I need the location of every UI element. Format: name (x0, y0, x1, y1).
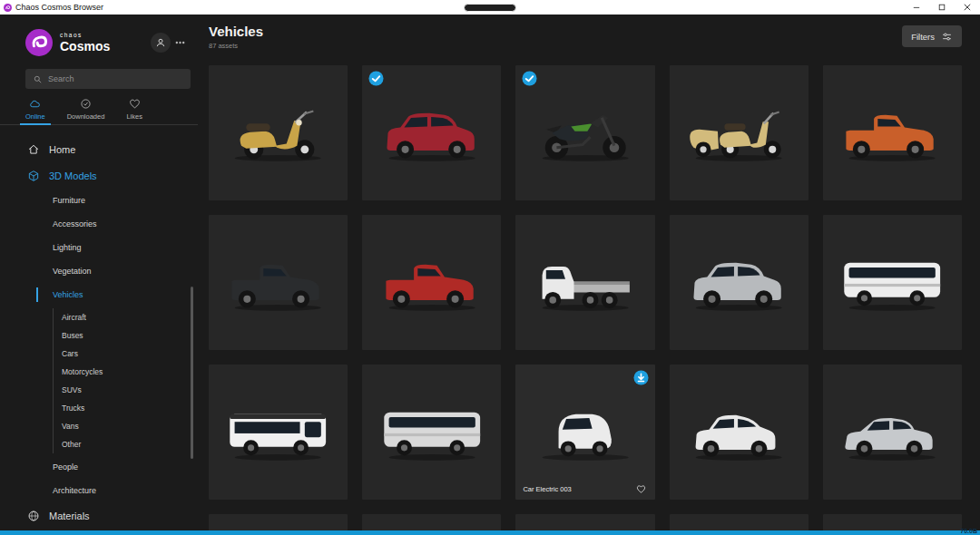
downloaded-check-badge (522, 71, 537, 86)
nav-item-other[interactable]: Other (54, 435, 198, 453)
asset-thumbnail (823, 365, 962, 500)
asset-card-pickup[interactable] (362, 215, 501, 350)
nav-item-motorcycles[interactable]: Motorcycles (54, 363, 198, 381)
brand-chaos-label: chaos (60, 33, 110, 39)
cosmos-logo (25, 29, 53, 56)
heart-icon (129, 98, 141, 110)
asset-card-flatbed[interactable] (515, 215, 654, 350)
asset-card-pickup[interactable] (209, 215, 348, 350)
asset-card-coach-bus[interactable] (362, 365, 501, 500)
check-circle-icon (80, 98, 92, 110)
vehicles-subcategories: AircraftBusesCarsMotorcyclesSUVsTrucksVa… (53, 308, 198, 453)
filters-label: Filters (911, 32, 935, 42)
tab-downloaded[interactable]: Downloaded (65, 98, 107, 124)
asset-card-scooter[interactable] (209, 65, 348, 200)
sphere-icon (27, 510, 40, 522)
asset-thumbnail (209, 65, 348, 200)
nav-item-furniture[interactable]: Furniture (0, 189, 198, 212)
asset-card-coach-bus[interactable] (823, 215, 962, 350)
category-nav: Home3D ModelsFurnitureAccessoriesLightin… (0, 136, 198, 529)
window-drag-pill (464, 4, 516, 12)
asset-thumbnail (823, 65, 962, 200)
user-avatar-button[interactable] (151, 33, 171, 53)
asset-grid: Car Electric 003 (209, 65, 962, 530)
tab-online[interactable]: Online (24, 98, 47, 124)
favorite-heart-button[interactable] (635, 482, 648, 495)
asset-card-scooter-sidecar[interactable] (670, 65, 808, 200)
sidebar: chaos Cosmos OnlineDownloadedLikes Home3… (0, 15, 198, 530)
nav-item-vegetation[interactable]: Vegetation (0, 259, 198, 283)
nav-item-lighting[interactable]: Lighting (0, 236, 198, 259)
asset-card-suv[interactable] (362, 65, 501, 200)
cloud-icon (29, 98, 41, 110)
asset-thumbnail (362, 365, 501, 500)
brand-text: chaos Cosmos (60, 33, 110, 54)
maximize-button[interactable] (929, 0, 955, 15)
cube-icon (27, 170, 40, 182)
asset-card-partial[interactable] (670, 514, 808, 530)
brand-cosmos-label: Cosmos (60, 40, 110, 53)
ellipsis-icon (175, 41, 185, 44)
nav-item-suvs[interactable]: SUVs (54, 381, 198, 399)
asset-thumbnail (362, 215, 501, 350)
asset-card-suv[interactable] (670, 215, 808, 350)
sliders-icon (941, 31, 953, 43)
nav-item-trucks[interactable]: Trucks (54, 399, 198, 417)
nav-item-vehicles[interactable]: Vehicles (0, 283, 198, 306)
search-box[interactable] (25, 69, 191, 89)
asset-thumbnail (670, 365, 808, 500)
asset-card-pickup[interactable] (823, 65, 962, 200)
tab-likes[interactable]: Likes (124, 98, 144, 124)
asset-card-partial[interactable] (823, 514, 962, 530)
asset-card-motorcycle[interactable] (515, 65, 654, 200)
asset-card-hatchback[interactable] (670, 365, 808, 500)
asset-thumbnail (209, 215, 348, 350)
sidebar-tabs: OnlineDownloadedLikes (0, 89, 198, 125)
nav-item-materials[interactable]: Materials (0, 502, 198, 529)
asset-name: Car Electric 003 (523, 485, 571, 493)
nav-item-3d-models[interactable]: 3D Models (0, 162, 198, 189)
nav-item-cars[interactable]: Cars (54, 345, 198, 363)
main-content: Vehicles 87 assets Filters Car Electric … (198, 15, 980, 530)
close-button[interactable] (955, 0, 980, 15)
status-value: 70.0B (960, 528, 977, 534)
search-icon (33, 74, 43, 84)
nav-item-aircraft[interactable]: Aircraft (54, 308, 198, 326)
asset-card-smart-car[interactable]: Car Electric 003 (515, 365, 654, 500)
window-title: Chaos Cosmos Browser (15, 3, 103, 12)
asset-thumbnail (515, 215, 654, 350)
search-input[interactable] (48, 74, 183, 83)
asset-card-sedan[interactable] (823, 365, 962, 500)
app-icon (4, 0, 12, 15)
more-options-button[interactable] (171, 33, 189, 53)
filters-button[interactable]: Filters (902, 25, 962, 47)
asset-thumbnail (209, 365, 348, 500)
progress-bar: 70.0B (0, 530, 980, 535)
nav-item-people[interactable]: People (0, 455, 198, 479)
asset-card-city-bus[interactable] (209, 365, 348, 500)
sidebar-scrollbar[interactable] (191, 287, 193, 459)
nav-item-accessories[interactable]: Accessories (0, 212, 198, 236)
downloaded-check-badge (368, 71, 384, 86)
nav-item-buses[interactable]: Buses (54, 326, 198, 345)
asset-thumbnail (823, 215, 962, 350)
asset-thumbnail (670, 65, 808, 200)
asset-card-partial[interactable] (515, 514, 654, 530)
home-icon (27, 143, 40, 156)
person-icon (154, 36, 167, 49)
minimize-button[interactable] (904, 0, 929, 15)
nav-item-vans[interactable]: Vans (54, 417, 198, 435)
page-title: Vehicles (209, 24, 263, 39)
download-badge[interactable] (633, 370, 649, 385)
nav-item-home[interactable]: Home (0, 136, 198, 162)
asset-thumbnail (670, 215, 808, 350)
nav-item-architecture[interactable]: Architecture (0, 479, 198, 502)
asset-count: 87 assets (209, 42, 263, 50)
asset-card-partial[interactable] (362, 514, 501, 530)
asset-card-partial[interactable] (209, 514, 348, 530)
